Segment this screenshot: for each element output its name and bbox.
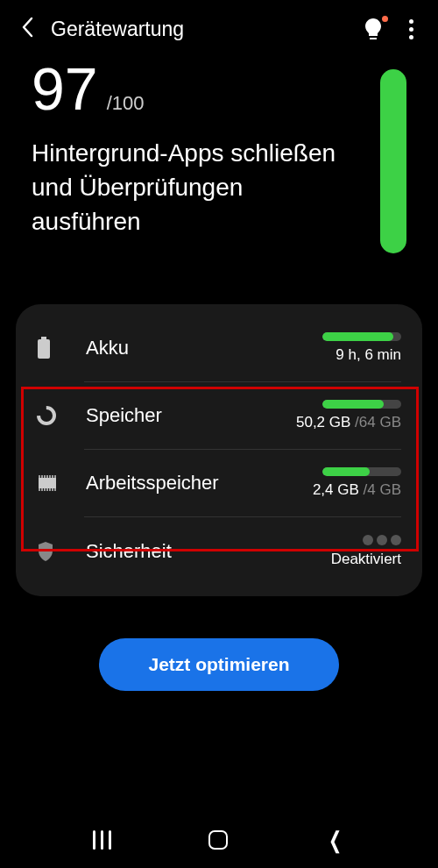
- storage-icon: [37, 406, 65, 425]
- memory-row[interactable]: Arbeitsspeicher 2,4 GB /4 GB: [16, 450, 422, 516]
- score-bar: [380, 69, 406, 253]
- svg-point-2: [39, 408, 54, 423]
- security-status: Deaktiviert: [331, 551, 401, 568]
- svg-rect-1: [38, 339, 50, 359]
- tips-icon[interactable]: [364, 18, 385, 42]
- optimize-button[interactable]: Jetzt optimieren: [99, 638, 338, 691]
- storage-label: Speicher: [65, 404, 296, 427]
- more-menu-icon[interactable]: [406, 16, 417, 43]
- navigation-bar: ❮: [0, 812, 438, 868]
- battery-row[interactable]: Akku 9 h, 6 min: [16, 315, 422, 381]
- battery-icon: [37, 337, 65, 359]
- score-section: 97 /100 Hintergrund-Apps schließen und Ü…: [0, 59, 438, 280]
- svg-rect-3: [39, 478, 56, 488]
- memory-icon: [37, 474, 65, 492]
- score-number: 97: [32, 59, 98, 118]
- notification-dot: [382, 16, 388, 22]
- status-card: Akku 9 h, 6 min Speicher 50,2 GB /64 GB …: [16, 304, 422, 596]
- storage-row[interactable]: Speicher 50,2 GB /64 GB: [16, 382, 422, 449]
- security-label: Sicherheit: [65, 540, 331, 563]
- storage-bar: [322, 400, 401, 409]
- score-max: /100: [107, 92, 145, 115]
- battery-bar: [322, 332, 401, 341]
- header-actions: [364, 16, 417, 43]
- battery-label: Akku: [65, 337, 322, 359]
- back-icon[interactable]: [21, 17, 33, 43]
- svg-rect-0: [41, 337, 46, 339]
- security-row[interactable]: Sicherheit Deaktiviert: [16, 517, 422, 586]
- storage-value: 50,2 GB /64 GB: [296, 414, 401, 431]
- security-dots-icon: [363, 535, 401, 545]
- memory-bar: [322, 467, 401, 476]
- battery-value: 9 h, 6 min: [336, 346, 401, 364]
- nav-recent-icon[interactable]: [93, 830, 111, 850]
- shield-icon: [37, 541, 65, 562]
- header: Gerätewartung: [0, 0, 438, 59]
- score-description: Hintergrund-Apps schließen und Überprüfu…: [32, 136, 354, 239]
- page-title: Gerätewartung: [51, 18, 346, 41]
- nav-back-icon[interactable]: ❮: [328, 827, 342, 854]
- nav-home-icon[interactable]: [208, 830, 228, 850]
- memory-label: Arbeitsspeicher: [65, 472, 313, 494]
- memory-value: 2,4 GB /4 GB: [313, 481, 401, 499]
